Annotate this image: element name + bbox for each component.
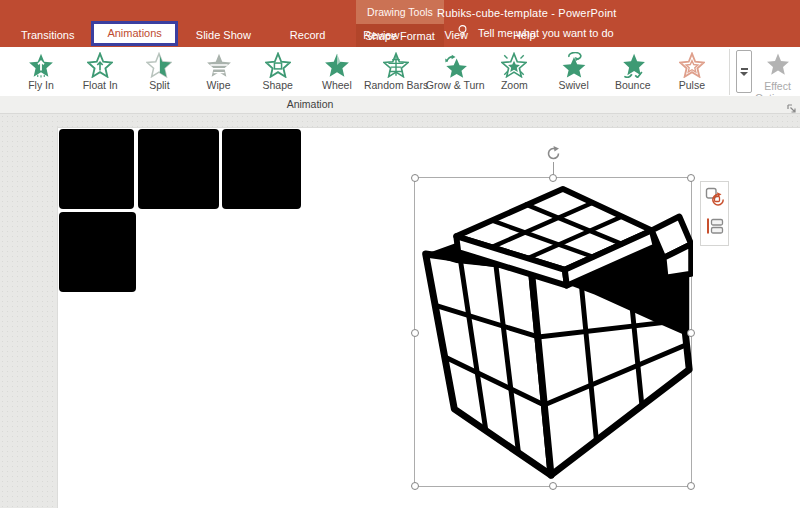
- resize-handle-top-center[interactable]: [549, 174, 557, 182]
- object-align-button[interactable]: [704, 217, 726, 239]
- animation-zoom[interactable]: Zoom: [485, 49, 543, 95]
- black-square-shape-2[interactable]: [138, 129, 219, 209]
- star-split-icon: [146, 52, 172, 78]
- tab-animations[interactable]: Animations: [91, 21, 177, 46]
- resize-handle-top-right[interactable]: [687, 174, 695, 182]
- animation-bounce[interactable]: Bounce: [604, 49, 662, 95]
- star-float-in-icon: [87, 52, 113, 78]
- gallery-more-button[interactable]: [736, 50, 752, 93]
- resize-handle-bottom-right[interactable]: [687, 482, 695, 490]
- star-grow-turn-icon: [442, 52, 468, 78]
- animation-swivel[interactable]: Swivel: [545, 49, 603, 95]
- star-zoom-icon: [501, 52, 527, 78]
- animation-grow-turn[interactable]: Grow & Turn: [426, 49, 484, 95]
- resize-handle-top-left[interactable]: [411, 174, 419, 182]
- powerpoint-window: Drawing Tools Shape Format Rubiks-cube-t…: [0, 0, 800, 508]
- title-bar: Drawing Tools Shape Format Rubiks-cube-t…: [0, 0, 800, 47]
- tab-slide-show[interactable]: Slide Show: [185, 25, 262, 47]
- effect-options-star-icon: [766, 52, 790, 80]
- selected-object-frame[interactable]: [414, 177, 692, 487]
- star-random-bars-icon: [383, 52, 409, 78]
- animation-wipe[interactable]: Wipe: [190, 49, 248, 95]
- object-replace-button[interactable]: [704, 188, 726, 210]
- gallery-more-icon: [741, 68, 748, 70]
- tab-review[interactable]: Review: [352, 25, 410, 47]
- on-object-flyout: [700, 181, 729, 246]
- star-bounce-icon: [620, 52, 646, 78]
- animation-wheel[interactable]: Wheel: [308, 49, 366, 95]
- tab-transitions[interactable]: Transitions: [10, 25, 85, 47]
- rubiks-cube-image[interactable]: [415, 179, 693, 485]
- document-title: Rubiks-cube-template - PowerPoint: [437, 7, 617, 19]
- animation-random-bars[interactable]: Random Bars: [367, 49, 425, 95]
- drawing-tools-label: Drawing Tools: [356, 0, 444, 24]
- black-square-shape-3[interactable]: [222, 129, 301, 209]
- star-shape-icon: [265, 52, 291, 78]
- animation-fly-in[interactable]: Fly In: [12, 49, 70, 95]
- tell-me-label: Tell me what you want to do: [478, 27, 614, 39]
- effect-options-label-1: Effect: [764, 80, 791, 92]
- animation-group-label: Animation: [0, 98, 620, 110]
- replace-shape-icon: [705, 187, 725, 211]
- black-square-shape-1[interactable]: [59, 129, 134, 209]
- align-objects-icon: [705, 216, 725, 240]
- animation-gallery: Fly In Float In: [12, 49, 730, 95]
- animation-pulse[interactable]: Pulse: [663, 49, 721, 95]
- dialog-launcher-icon[interactable]: [787, 100, 797, 110]
- star-pulse-icon: [679, 52, 705, 78]
- resize-handle-middle-right[interactable]: [687, 329, 695, 337]
- star-fly-in-icon: [28, 52, 54, 78]
- ribbon: Fly In Float In: [0, 47, 800, 96]
- animation-shape[interactable]: Shape: [249, 49, 307, 95]
- resize-handle-bottom-center[interactable]: [549, 482, 557, 490]
- star-wipe-icon: [206, 52, 232, 78]
- effect-options-button[interactable]: Effect Options ˅: [755, 49, 800, 95]
- black-square-shape-4[interactable]: [59, 212, 136, 292]
- tell-me-box[interactable]: Tell me what you want to do: [456, 24, 614, 42]
- animation-float-in[interactable]: Float In: [71, 49, 129, 95]
- star-swivel-icon: [561, 52, 587, 78]
- tab-record[interactable]: Record: [279, 25, 336, 47]
- rotation-handle[interactable]: [545, 145, 562, 162]
- ribbon-group-band: Animation: [0, 96, 800, 114]
- star-wheel-icon: [324, 52, 350, 78]
- animation-split[interactable]: Split: [130, 49, 188, 95]
- resize-handle-middle-left[interactable]: [411, 329, 419, 337]
- resize-handle-bottom-left[interactable]: [411, 482, 419, 490]
- lightbulb-icon: [456, 24, 469, 42]
